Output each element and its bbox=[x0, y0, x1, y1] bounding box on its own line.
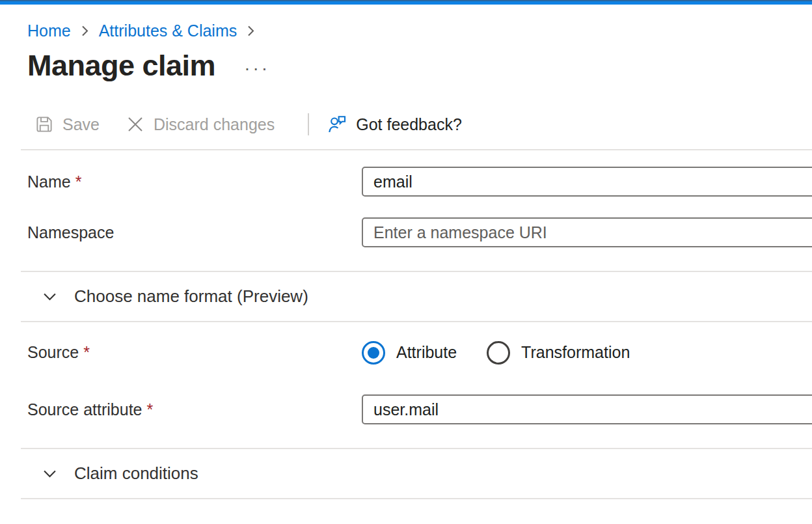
required-asterisk: * bbox=[75, 172, 82, 191]
source-attribute-field-row: Source attribute* bbox=[27, 394, 812, 424]
source-transformation-radio[interactable]: Transformation bbox=[487, 341, 630, 365]
got-feedback-label: Got feedback? bbox=[356, 115, 462, 134]
breadcrumb-attributes-claims-link[interactable]: Attributes & Claims bbox=[99, 21, 237, 40]
namespace-input[interactable] bbox=[362, 217, 812, 247]
save-button[interactable]: Save bbox=[34, 115, 100, 134]
feedback-person-icon bbox=[327, 114, 347, 135]
got-feedback-button[interactable]: Got feedback? bbox=[327, 114, 462, 135]
required-asterisk: * bbox=[83, 343, 90, 361]
radio-unselected-icon bbox=[487, 341, 510, 365]
name-field-label: Name* bbox=[27, 172, 362, 191]
attribute-radio-label: Attribute bbox=[396, 343, 457, 362]
toolbar-divider bbox=[308, 113, 309, 135]
discard-changes-label: Discard changes bbox=[154, 115, 275, 134]
section-divider bbox=[21, 498, 812, 499]
claim-conditions-section-label: Claim conditions bbox=[74, 463, 198, 484]
chevron-down-icon bbox=[41, 288, 59, 305]
radio-selected-icon bbox=[362, 341, 385, 365]
chevron-right-icon bbox=[79, 23, 90, 39]
toolbar-bottom-divider bbox=[21, 149, 812, 150]
save-button-label: Save bbox=[62, 115, 100, 134]
required-asterisk: * bbox=[147, 400, 154, 419]
page-header: Manage claim ··· bbox=[27, 49, 812, 83]
choose-name-format-section-label: Choose name format (Preview) bbox=[74, 286, 308, 307]
save-icon bbox=[34, 115, 54, 134]
chevron-down-icon bbox=[41, 465, 59, 482]
close-icon bbox=[126, 115, 145, 134]
source-field-row: Source* Attribute Transformation bbox=[27, 340, 812, 365]
namespace-field-label: Namespace bbox=[27, 223, 362, 242]
section-divider bbox=[21, 321, 812, 322]
claim-conditions-section-toggle[interactable]: Claim conditions bbox=[27, 449, 812, 498]
name-input[interactable] bbox=[362, 167, 812, 197]
manage-claim-blade: Home Attributes & Claims Manage claim ··… bbox=[0, 21, 812, 499]
more-options-ellipsis-icon[interactable]: ··· bbox=[244, 59, 270, 77]
source-attribute-input[interactable] bbox=[362, 394, 812, 424]
choose-name-format-section-toggle[interactable]: Choose name format (Preview) bbox=[27, 272, 812, 321]
transformation-radio-label: Transformation bbox=[521, 343, 630, 362]
source-radio-group: Attribute Transformation bbox=[362, 341, 812, 365]
breadcrumb-home-link[interactable]: Home bbox=[27, 21, 71, 40]
source-field-label: Source* bbox=[27, 343, 362, 362]
name-field-row: Name* bbox=[27, 167, 812, 197]
blade-top-accent-bar bbox=[0, 0, 812, 5]
chevron-right-icon bbox=[245, 23, 256, 39]
namespace-field-row: Namespace bbox=[27, 217, 812, 247]
source-attribute-field-label: Source attribute* bbox=[27, 400, 362, 419]
page-title: Manage claim bbox=[27, 49, 215, 83]
command-bar: Save Discard changes Got feedback? bbox=[27, 109, 812, 139]
breadcrumb: Home Attributes & Claims bbox=[27, 21, 812, 40]
discard-changes-button[interactable]: Discard changes bbox=[126, 115, 275, 134]
source-attribute-radio[interactable]: Attribute bbox=[362, 341, 457, 365]
